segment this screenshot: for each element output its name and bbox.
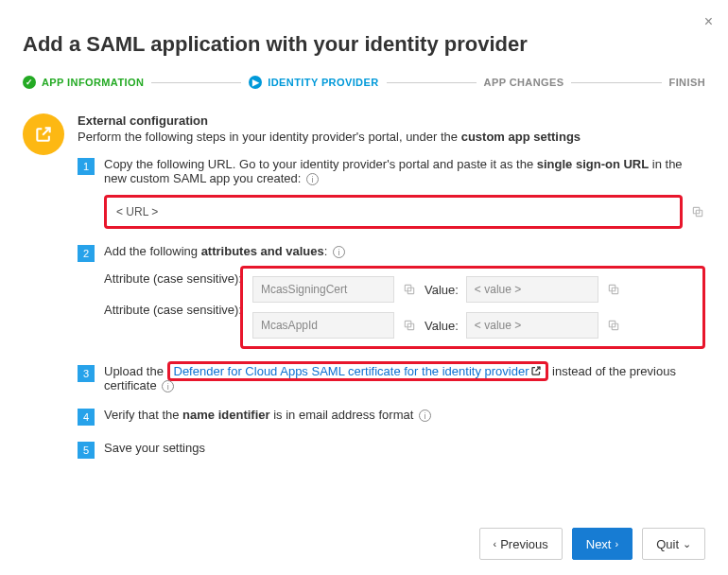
- step-label: APP CHANGES: [484, 77, 564, 88]
- wizard-footer: ‹ Previous Next › Quit ⌄: [479, 528, 706, 560]
- attribute-value-input-1[interactable]: [466, 276, 598, 303]
- step-text: Upload the: [104, 364, 167, 378]
- section-subtext: Perform the following steps in your iden…: [78, 130, 705, 144]
- step-identity-provider: ▶ IDENTITY PROVIDER: [249, 76, 378, 89]
- step-label: APP INFORMATION: [42, 77, 144, 88]
- instruction-step-2: 2 Add the following attributes and value…: [78, 244, 705, 349]
- page-title: Add a SAML application with your identit…: [23, 32, 705, 57]
- copy-icon[interactable]: [690, 204, 705, 219]
- step-app-information: ✓ APP INFORMATION: [23, 76, 144, 89]
- external-link-icon: [530, 365, 542, 376]
- step-label: FINISH: [669, 77, 705, 88]
- attribute-name-input-1[interactable]: [252, 276, 394, 303]
- chevron-down-icon: ⌄: [683, 538, 691, 550]
- attribute-value-input-2[interactable]: [466, 312, 598, 339]
- next-button[interactable]: Next ›: [572, 528, 633, 560]
- section-heading: External configuration: [78, 113, 705, 128]
- sso-url-field[interactable]: < URL >: [104, 195, 683, 229]
- instruction-step-5: 5 Save your settings: [78, 441, 705, 459]
- info-icon[interactable]: i: [162, 380, 174, 392]
- step-finish: FINISH: [669, 77, 705, 88]
- close-icon[interactable]: ×: [704, 13, 713, 30]
- step-text: Save your settings: [104, 441, 205, 455]
- chevron-left-icon: ‹: [494, 538, 497, 549]
- external-link-badge-icon: [23, 113, 64, 155]
- info-icon[interactable]: i: [333, 246, 345, 258]
- attribute-label: Attribute (case sensitive):: [104, 271, 242, 286]
- step-divider: [571, 82, 661, 83]
- step-text: Add the following attributes and values:: [104, 244, 331, 258]
- copy-icon[interactable]: [402, 282, 417, 297]
- copy-icon[interactable]: [606, 282, 621, 297]
- step-divider: [387, 82, 477, 83]
- info-icon[interactable]: i: [419, 409, 431, 422]
- step-number: 5: [78, 442, 95, 459]
- instruction-step-3: 3 Upload the Defender for Cloud Apps SAM…: [78, 364, 705, 392]
- step-number: 1: [78, 158, 95, 175]
- previous-button[interactable]: ‹ Previous: [479, 528, 563, 560]
- step-number: 2: [78, 245, 95, 262]
- wizard-stepper: ✓ APP INFORMATION ▶ IDENTITY PROVIDER AP…: [23, 76, 705, 89]
- attribute-name-input-2[interactable]: [252, 312, 394, 339]
- step-text: Copy the following URL. Go to your ident…: [104, 157, 683, 185]
- step-number: 3: [78, 365, 95, 382]
- step-divider: [151, 82, 241, 83]
- step-text: Verify that the name identifier is in em…: [104, 408, 417, 422]
- copy-icon[interactable]: [606, 318, 621, 333]
- quit-button[interactable]: Quit ⌄: [642, 528, 705, 560]
- step-label: IDENTITY PROVIDER: [268, 77, 378, 88]
- step-app-changes: APP CHANGES: [484, 77, 564, 88]
- step-number: 4: [78, 409, 95, 426]
- attribute-label: Attribute (case sensitive):: [104, 303, 242, 317]
- saml-certificate-link[interactable]: Defender for Cloud Apps SAML certificate…: [174, 364, 529, 378]
- value-label: Value:: [425, 283, 459, 297]
- instruction-step-4: 4 Verify that the name identifier is in …: [78, 408, 705, 426]
- check-icon: ✓: [23, 76, 36, 89]
- play-icon: ▶: [249, 76, 262, 89]
- instruction-step-1: 1 Copy the following URL. Go to your ide…: [78, 157, 705, 229]
- value-label: Value:: [425, 319, 459, 333]
- info-icon[interactable]: i: [306, 173, 319, 185]
- chevron-right-icon: ›: [615, 538, 618, 549]
- copy-icon[interactable]: [402, 318, 417, 333]
